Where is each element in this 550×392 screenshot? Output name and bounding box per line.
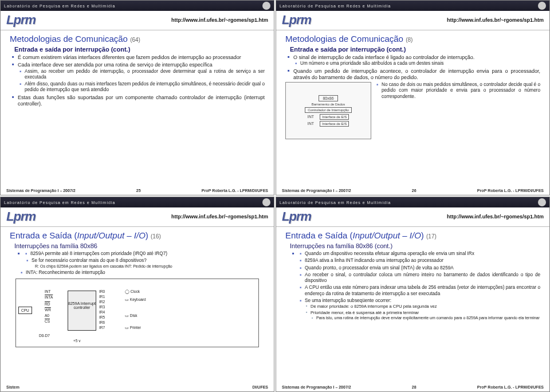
slide-subtitle: Interrupções na família 80x86 (cont.): [290, 242, 540, 249]
footer-page: 25: [136, 189, 141, 193]
slide-subtitle: Interrupções na família 80x86: [14, 242, 265, 249]
title-count: (64): [130, 37, 140, 43]
slide-footer: Sistemas de Programação I – 2007/2 28 Pr…: [276, 384, 549, 391]
lprm-logo: Lprm: [3, 209, 39, 224]
footer-left: Sistemas de Programação I – 2007/2: [6, 189, 76, 193]
pin-ir5: IR5: [99, 315, 105, 319]
header-url: http://www.inf.ufes.br/~rgomes/sp1.htm: [171, 214, 268, 219]
diagram-interface-box: Interface de E/S: [320, 121, 349, 127]
lprm-logo: Lprm: [3, 13, 39, 28]
title-text: Metodologias de Comunicação: [285, 34, 403, 44]
bullet-text: Prioridade menor, ela é suspensa até a p…: [311, 310, 419, 315]
slide-subtitle: Entrada e saída por interrupção (cont.): [290, 46, 540, 53]
slide-content: Entrada e Saída (Input/Output – I/O) (17…: [276, 227, 549, 384]
title-count: (16): [151, 233, 161, 240]
logo-row: Lprm http://www.inf.ufes.br/~rgomes/sp1.…: [276, 11, 549, 30]
pin-wr: WR: [45, 308, 51, 312]
slide-25: Laboratório de Pesquisa em Redes e Multi…: [0, 0, 274, 195]
bullet: Estas duas funções são suportadas por um…: [18, 95, 265, 108]
slide-28: Laboratório de Pesquisa em Redes e Multi…: [276, 197, 550, 392]
question-text: Se for necessário controlar mais do que …: [32, 258, 147, 263]
sub3-bullet: Para isto, uma rotina de interrupção dev…: [316, 316, 540, 321]
bullet: O sinal de interrupção de cada interface…: [293, 54, 540, 67]
diagram-cpu: CPU: [18, 307, 32, 314]
slide-header: Laboratório de Pesquisa em Redes e Multi…: [1, 197, 274, 207]
pin-ir2: IR2: [99, 300, 105, 304]
footer-left: Sistemas de Programação I – 2007/2: [282, 189, 351, 193]
footer-right: DI/UFES: [252, 385, 268, 389]
bullet: Quando um pedido de interrupção acontece…: [293, 68, 540, 81]
slide-header: Laboratório de Pesquisa em Redes e Multi…: [276, 197, 549, 207]
slide-content: Metodologias de Comunicação (64) Entrada…: [1, 30, 274, 187]
sub-bullet: 8259A ativa a linha INT indicando uma in…: [305, 258, 540, 264]
pin-a0: A0: [45, 313, 49, 317]
bullet-text: O sinal de interrupção de cada interface…: [293, 54, 474, 60]
diagram-cpu-box: 80x86: [319, 95, 337, 101]
footer-right: Profª Roberta L.G. - LPRM/DI/UFES: [477, 189, 544, 193]
answer-text: R: Os chips 8259A podem ser ligados em c…: [32, 264, 265, 269]
header-url: http://www.inf.ufes.br/~rgomes/sp1.htm: [447, 17, 544, 23]
pin-d0d7: D0-D7: [39, 334, 50, 338]
slide-footer: Sistemas de Programação I – 2007/2 26 Pr…: [276, 187, 549, 195]
pin-inta: INTA: [45, 295, 53, 299]
slide-footer: Sistem DI/UFES: [1, 384, 274, 391]
sub-bullet: Quando um dispositivo necessita efetuar …: [305, 251, 540, 257]
sub-bullet: Um número e uma prioridade são atribuído…: [300, 61, 540, 66]
sub2-bullet: De maior prioridade: o 8259A interrompe …: [311, 304, 540, 309]
lprm-logo: Lprm: [278, 13, 315, 28]
sub-bullet: INTA: Reconhecimento de interrupção: [26, 270, 265, 276]
slide-content: Entrada e Saída (Input/Output – I/O) (16…: [1, 227, 274, 384]
bullet: Cada interface deve ser atendida por uma…: [18, 62, 265, 93]
title-text: Entrada e Saída (Input/Output – I/O): [10, 230, 148, 240]
sub-bullet: No caso de dois ou mais pedidos simultân…: [382, 82, 540, 100]
pin-ir3: IR3: [99, 305, 105, 309]
ufes-logo: [262, 198, 270, 206]
sub-bullet: Assim, ao receber um pedido de interrupç…: [25, 69, 265, 81]
diagram-int-label: INT: [308, 121, 314, 126]
diagram-controller-box: Controlador de Interrupção: [305, 107, 352, 113]
footer-right: Profª Roberta L.G. - LPRM/DI/UFES: [202, 189, 268, 193]
slide-content: Metodologias de Comunicação (8) Entrada …: [276, 30, 549, 187]
logo-row: Lprm http://www.inf.ufes.br/~rgomes/sp1.…: [276, 207, 549, 227]
header-url: http://www.inf.ufes.br/~rgomes/sp1.htm: [171, 17, 268, 23]
title-count: (8): [406, 37, 412, 43]
slide-27: Laboratório de Pesquisa em Redes e Multi…: [0, 197, 274, 392]
sub-bullet: 8259A permite até 8 interrupções com pri…: [30, 251, 265, 257]
title-text: Metodologias de Comunicação: [10, 34, 128, 44]
header-url: http://www.inf.ufes.br/~rgomes/sp1.htm: [447, 214, 544, 219]
dev-printer: Printer: [130, 326, 141, 330]
footer-left: Sistem: [6, 385, 19, 389]
logo-row: Lprm http://www.inf.ufes.br/~rgomes/sp1.…: [1, 11, 274, 30]
pin-cs: CS: [45, 319, 50, 323]
dev-disk: Disk: [130, 313, 138, 317]
slide-title: Metodologias de Comunicação (64): [10, 34, 265, 44]
pin-ir7: IR7: [99, 326, 105, 330]
footer-right: Profª Roberta L.G. - LPRM/DI/UFES: [477, 385, 544, 389]
lab-label: Laboratório de Pesquisa em Redes e Multi…: [4, 4, 262, 8]
bullet-text: Se uma interrupção subseqüente ocorrer:: [305, 298, 391, 303]
ufes-logo: [262, 2, 270, 10]
diagram-bus-label: Barramento de Dados: [312, 103, 345, 106]
logo-row: Lprm http://www.inf.ufes.br/~rgomes/sp1.…: [1, 207, 274, 227]
title-count: (17): [426, 233, 437, 240]
lprm-logo: Lprm: [278, 209, 315, 224]
pin-int: INT: [45, 289, 50, 293]
lab-label: Laboratório de Pesquisa em Redes e Multi…: [4, 201, 262, 205]
sub-bullet: Se uma interrupção subseqüente ocorrer: …: [305, 298, 540, 321]
ufes-logo: [538, 2, 546, 10]
footer-page: 28: [412, 385, 417, 389]
diagram-int-label: INT: [308, 115, 314, 119]
title-text: Entrada e Saída (Input/Output – I/O): [285, 230, 424, 240]
lab-label: Laboratório de Pesquisa em Redes e Multi…: [280, 4, 538, 8]
8259a-diagram: CPU 8259A Interrupt controller INT INTA …: [15, 279, 259, 347]
interrupt-controller-diagram: 80x86 Barramento de Dados Controlador de…: [285, 82, 371, 139]
sub-bullet: A CPU então usa este número para indexar…: [305, 285, 540, 297]
bullet: É comum existirem várias interfaces dife…: [18, 54, 265, 61]
sub-bullet: Além disso, quando duas ou mais interfac…: [25, 81, 265, 93]
pin-rd: RD: [45, 302, 50, 306]
diagram-chip: 8259A Interrupt controller: [68, 291, 96, 331]
ufes-logo: [538, 198, 546, 206]
pin-ir6: IR6: [99, 320, 105, 324]
slide-subtitle: Entrada e saída por interrupção (cont.): [14, 46, 265, 53]
slide-header: Laboratório de Pesquisa em Redes e Multi…: [1, 1, 274, 11]
